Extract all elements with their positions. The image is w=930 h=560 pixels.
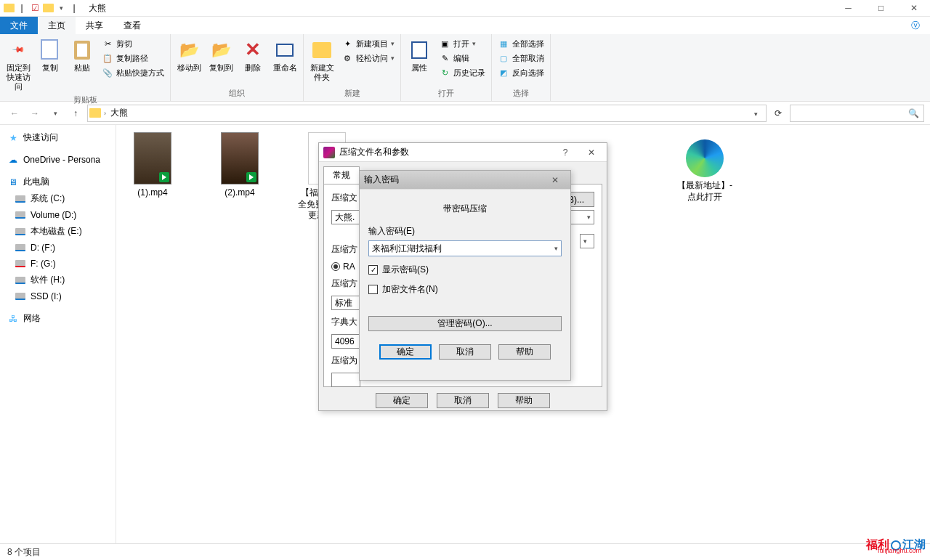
nav-onedrive[interactable]: ☁OneDrive - Persona bbox=[0, 152, 116, 168]
label: 复制 bbox=[42, 63, 58, 73]
paste-shortcut-button[interactable]: 📎粘贴快捷方式 bbox=[99, 66, 167, 79]
copyto-icon: 📂 bbox=[209, 38, 232, 62]
folder-icon[interactable] bbox=[42, 2, 54, 14]
dialog-titlebar[interactable]: 压缩文件名和参数 ? ✕ bbox=[319, 143, 607, 162]
copy-to-button[interactable]: 📂复制到 bbox=[206, 37, 236, 74]
move-to-button[interactable]: 📂移动到 bbox=[174, 37, 204, 74]
nav-drive-d[interactable]: Volume (D:) bbox=[0, 207, 116, 223]
dict-select[interactable]: 4096 bbox=[331, 334, 360, 349]
help-button[interactable]: 帮助 bbox=[498, 393, 550, 408]
open-button[interactable]: ▣打开▾ bbox=[436, 37, 488, 50]
format-label: 压缩方 bbox=[331, 243, 357, 256]
nav-drive-c[interactable]: 系统 (C:) bbox=[0, 190, 116, 207]
update-mode-select[interactable]: ▾ bbox=[580, 234, 594, 248]
label: RA bbox=[343, 261, 355, 272]
nav-drive-e[interactable]: 本地磁盘 (E:) bbox=[0, 223, 116, 240]
close-button[interactable]: ✕ bbox=[581, 147, 602, 158]
ribbon-expand-button[interactable]: ⓥ bbox=[901, 17, 930, 34]
history-icon: ↻ bbox=[439, 67, 450, 78]
file-item[interactable]: 【最新地址】-点此打开 bbox=[676, 132, 734, 222]
pin-button[interactable]: 📌固定到快速访问 bbox=[3, 37, 33, 94]
tab-view[interactable]: 查看 bbox=[113, 17, 151, 34]
edge-icon bbox=[686, 139, 724, 177]
chevron-down-icon[interactable]: ▾ bbox=[554, 245, 558, 252]
tab-share[interactable]: 共享 bbox=[76, 17, 113, 34]
nav-drive-h[interactable]: 软件 (H:) bbox=[0, 272, 116, 288]
history-button[interactable]: ↻历史记录 bbox=[436, 66, 488, 79]
address-field[interactable]: › 大熊 ▾ bbox=[87, 105, 767, 122]
drive-icon bbox=[15, 193, 26, 205]
help-button[interactable]: ? bbox=[554, 147, 576, 158]
tab-general[interactable]: 常规 bbox=[323, 166, 360, 184]
drive-icon bbox=[15, 209, 26, 221]
copy-path-button[interactable]: 📋复制路径 bbox=[99, 52, 167, 65]
help-button[interactable]: 帮助 bbox=[498, 344, 551, 360]
label: 网络 bbox=[23, 312, 41, 325]
paste-button[interactable]: 粘贴 bbox=[67, 37, 97, 74]
select-all-button[interactable]: ▦全部选择 bbox=[495, 37, 547, 50]
rename-button[interactable]: 重命名 bbox=[270, 37, 300, 74]
cut-button[interactable]: ✂剪切 bbox=[99, 37, 167, 50]
label: 复制路径 bbox=[116, 53, 148, 64]
show-password-checkbox[interactable]: ✓ 显示密码(S) bbox=[368, 264, 562, 276]
manage-passwords-button[interactable]: 管理密码(O)... bbox=[368, 316, 562, 331]
shortcut-icon: 📎 bbox=[102, 67, 113, 78]
split-select[interactable] bbox=[331, 373, 360, 387]
divider: | bbox=[16, 2, 28, 14]
password-input[interactable]: 来福利江湖找福利 ▾ bbox=[368, 240, 562, 256]
easy-access-button[interactable]: ⚙轻松访问▾ bbox=[339, 52, 397, 65]
label: 剪切 bbox=[116, 38, 132, 49]
file-item[interactable]: (2).mp4 bbox=[211, 132, 269, 222]
breadcrumb-seg[interactable]: 大熊 bbox=[109, 107, 129, 119]
ok-button[interactable]: 确定 bbox=[376, 393, 428, 408]
properties-button[interactable]: 属性 bbox=[404, 37, 434, 74]
maximize-button[interactable]: □ bbox=[865, 0, 897, 17]
ok-button[interactable]: 确定 bbox=[379, 344, 432, 360]
watermark: 福利 江湖 fulijianghu.com bbox=[866, 537, 926, 553]
nav-this-pc[interactable]: 🖥此电脑 bbox=[0, 174, 116, 190]
tab-file[interactable]: 文件 bbox=[0, 17, 38, 34]
encrypt-names-checkbox[interactable]: 加密文件名(N) bbox=[368, 283, 562, 296]
dialog-titlebar[interactable]: 输入密码 ✕ bbox=[360, 171, 570, 190]
label: 软件 (H:) bbox=[31, 274, 65, 286]
rar-radio[interactable]: RA bbox=[331, 261, 355, 272]
minimize-button[interactable]: ─ bbox=[832, 0, 865, 17]
cancel-button[interactable]: 取消 bbox=[437, 393, 489, 408]
back-button[interactable]: ← bbox=[6, 105, 23, 122]
refresh-button[interactable]: ⟳ bbox=[769, 105, 787, 122]
drive-icon bbox=[15, 242, 26, 253]
tab-home[interactable]: 主页 bbox=[38, 17, 76, 34]
method-select[interactable]: 标准 bbox=[331, 296, 360, 310]
addr-dropdown[interactable]: ▾ bbox=[747, 108, 764, 118]
invert-selection-button[interactable]: ◩反向选择 bbox=[495, 66, 547, 79]
file-name: (2).mp4 bbox=[225, 187, 254, 199]
nav-network[interactable]: 🖧网络 bbox=[0, 310, 116, 327]
checkbox-icon: ✓ bbox=[368, 265, 378, 275]
qat-dropdown[interactable]: ▾ bbox=[55, 2, 67, 14]
search-input[interactable]: 🔍 bbox=[790, 105, 924, 122]
nav-drive-f[interactable]: D: (F:) bbox=[0, 240, 116, 256]
nav-quick-access[interactable]: ★快速访问 bbox=[0, 129, 116, 146]
nav-drive-i[interactable]: SSD (I:) bbox=[0, 288, 116, 304]
copy-button[interactable]: 复制 bbox=[35, 37, 65, 74]
nav-drive-g[interactable]: F: (G:) bbox=[0, 256, 116, 272]
select-none-button[interactable]: ▢全部取消 bbox=[495, 52, 547, 65]
recent-dropdown[interactable]: ▾ bbox=[46, 105, 64, 122]
file-item[interactable]: (1).mp4 bbox=[124, 132, 182, 222]
new-folder-button[interactable]: 新建文件夹 bbox=[307, 37, 337, 84]
cancel-button[interactable]: 取消 bbox=[439, 344, 491, 360]
moveto-icon: 📂 bbox=[177, 38, 201, 62]
close-button[interactable]: ✕ bbox=[897, 0, 930, 17]
video-thumbnail bbox=[221, 132, 259, 184]
label: 属性 bbox=[411, 63, 427, 73]
close-button[interactable]: ✕ bbox=[544, 175, 566, 185]
up-button[interactable]: ↑ bbox=[67, 105, 84, 122]
label: Volume (D:) bbox=[31, 210, 76, 220]
edit-button[interactable]: ✎编辑 bbox=[436, 52, 488, 65]
forward-button[interactable]: → bbox=[26, 105, 44, 122]
new-item-button[interactable]: ✦新建项目▾ bbox=[339, 37, 397, 50]
delete-button[interactable]: ✕删除 bbox=[238, 37, 268, 74]
file-name: (1).mp4 bbox=[137, 187, 167, 199]
window-controls: ─ □ ✕ bbox=[832, 0, 930, 17]
checkbox-icon[interactable]: ☑ bbox=[29, 2, 41, 14]
